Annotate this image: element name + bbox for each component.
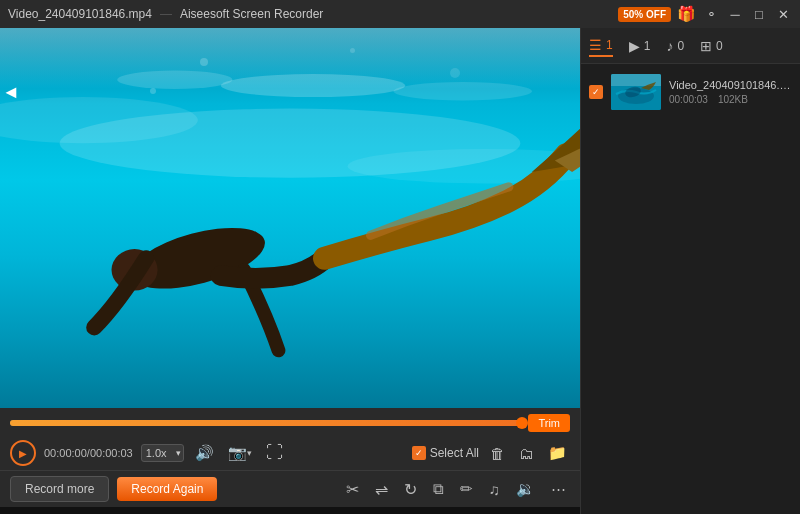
volume-icon: 🔊: [195, 444, 214, 462]
select-all-checkbox[interactable]: ✓: [412, 446, 426, 460]
tab-recording[interactable]: ▶ 1: [629, 36, 651, 56]
time-total: 00:00:03: [90, 447, 133, 459]
tab-recording-count: 1: [644, 39, 651, 53]
file-size: 102KB: [718, 94, 748, 105]
cut-icon: ✂: [346, 480, 359, 499]
bottom-right: ✂ ⇌ ↻ ⧉ ✏ ♫ 🔉: [343, 478, 570, 501]
more-options-button[interactable]: ⋯: [548, 478, 570, 500]
folder-icon: 📁: [548, 444, 567, 462]
bottom-left: Record more Record Again: [10, 476, 217, 502]
play-button[interactable]: ▶: [10, 440, 36, 466]
tab-video-count: 1: [606, 38, 613, 52]
trash-icon: 🗑: [490, 445, 505, 462]
speed-select[interactable]: 0.5x 1.0x 1.5x 2.0x: [141, 444, 184, 462]
sale-badge[interactable]: 50% OFF: [618, 7, 671, 22]
audio-edit-button[interactable]: ♫: [486, 479, 503, 500]
volume-button[interactable]: 🔊: [192, 442, 217, 464]
speed-wrapper[interactable]: 0.5x 1.0x 1.5x 2.0x: [141, 444, 184, 462]
titlebar-right: 50% OFF 🎁 ⚬ ─ □ ✕: [618, 5, 792, 23]
right-icons: 🗑 🗂 📁: [487, 442, 570, 464]
app-title: Video_240409101846.mp4: [8, 7, 152, 21]
tab-audio-count: 0: [677, 39, 684, 53]
import-icon: 🗂: [519, 445, 534, 462]
bottom-bar: Record more Record Again ✂ ⇌ ↻ ⧉ ✏: [0, 470, 580, 507]
file-duration: 00:00:03: [669, 94, 708, 105]
controls-bar: ▶ 00:00:00/00:00:03 0.5x 1.0x 1.5x 2.0x …: [0, 436, 580, 470]
video-area: ◄: [0, 28, 580, 408]
audio-tab-icon: ♪: [666, 38, 673, 54]
delete-button[interactable]: 🗑: [487, 443, 508, 464]
fullscreen-button[interactable]: ⛶: [263, 441, 286, 465]
titlebar-left: Video_240409101846.mp4 — Aiseesoft Scree…: [8, 7, 323, 21]
thumbnail-svg: [611, 74, 661, 110]
file-name: Video_240409101846.mp4: [669, 79, 792, 91]
titlebar: Video_240409101846.mp4 — Aiseesoft Scree…: [0, 0, 800, 28]
edit-icon: ✏: [460, 480, 473, 498]
file-meta: 00:00:03 102KB: [669, 94, 792, 105]
copy-icon: ⧉: [433, 480, 444, 498]
more-icon: ⋯: [551, 480, 567, 498]
play-icon: ▶: [19, 448, 27, 459]
minimize-button[interactable]: ─: [726, 5, 744, 23]
cut-button[interactable]: ✂: [343, 478, 362, 501]
play-tab-icon: ▶: [629, 38, 640, 54]
video-preview: ◄: [0, 28, 580, 408]
rotate-icon: ↻: [404, 480, 417, 499]
speed-edit-icon: ⇌: [375, 480, 388, 499]
tab-image[interactable]: ⊞ 0: [700, 36, 723, 56]
panel-tabs: ☰ 1 ▶ 1 ♪ 0 ⊞ 0: [581, 28, 800, 64]
cursor-arrow: ◄: [2, 83, 18, 103]
swimmer-svg: [0, 28, 580, 408]
fullscreen-icon: ⛶: [266, 443, 283, 463]
maximize-button[interactable]: □: [750, 5, 768, 23]
gift-icon: 🎁: [677, 5, 696, 23]
close-button[interactable]: ✕: [774, 5, 792, 23]
svg-point-5: [221, 74, 405, 97]
main-layout: ◄ Trim ▶ 00:00:00/00:00:03 0.5x 1.0x: [0, 28, 800, 514]
trim-button[interactable]: Trim: [528, 414, 570, 432]
edit-button[interactable]: ✏: [457, 478, 476, 500]
speed-edit-button[interactable]: ⇌: [372, 478, 391, 501]
list-item[interactable]: ✓ Video_240409101846.mp4: [581, 68, 800, 116]
account-icon[interactable]: ⚬: [702, 5, 720, 23]
folder-button[interactable]: 📁: [545, 442, 570, 464]
file-list: ✓ Video_240409101846.mp4: [581, 64, 800, 514]
tab-video[interactable]: ☰ 1: [589, 35, 613, 57]
tab-audio[interactable]: ♪ 0: [666, 36, 684, 56]
list-icon: ☰: [589, 37, 602, 53]
app-name: Aiseesoft Screen Recorder: [180, 7, 323, 21]
camera-icon: 📷: [228, 444, 247, 462]
file-thumbnail: [611, 74, 661, 110]
file-info: Video_240409101846.mp4 00:00:03 102KB: [669, 79, 792, 105]
timeline-bar: Trim: [0, 408, 580, 436]
image-tab-icon: ⊞: [700, 38, 712, 54]
record-again-button[interactable]: Record Again: [117, 477, 217, 501]
camera-dropdown-icon: ▾: [247, 448, 252, 458]
copy-button[interactable]: ⧉: [430, 478, 447, 500]
camera-button[interactable]: 📷 ▾: [225, 442, 255, 464]
file-checkbox[interactable]: ✓: [589, 85, 603, 99]
record-more-button[interactable]: Record more: [10, 476, 109, 502]
svg-point-6: [117, 71, 232, 89]
svg-point-7: [394, 82, 532, 100]
audio-edit-icon: ♫: [489, 481, 500, 498]
volume-edit-icon: 🔉: [516, 480, 535, 498]
progress-thumb[interactable]: [516, 417, 528, 429]
volume-edit-button[interactable]: 🔉: [513, 478, 538, 500]
thumbnail-preview: [611, 74, 661, 110]
import-button[interactable]: 🗂: [516, 443, 537, 464]
select-all-label: Select All: [430, 446, 479, 460]
tab-image-count: 0: [716, 39, 723, 53]
time-current: 00:00:00: [44, 447, 87, 459]
titlebar-separator: —: [160, 7, 172, 21]
progress-fill: [10, 420, 522, 426]
rotate-button[interactable]: ↻: [401, 478, 420, 501]
progress-track[interactable]: [10, 420, 522, 426]
right-panel: ☰ 1 ▶ 1 ♪ 0 ⊞ 0 ✓: [580, 28, 800, 514]
time-display: 00:00:00/00:00:03: [44, 447, 133, 459]
left-panel: ◄ Trim ▶ 00:00:00/00:00:03 0.5x 1.0x: [0, 28, 580, 514]
select-all-area[interactable]: ✓ Select All: [412, 446, 479, 460]
